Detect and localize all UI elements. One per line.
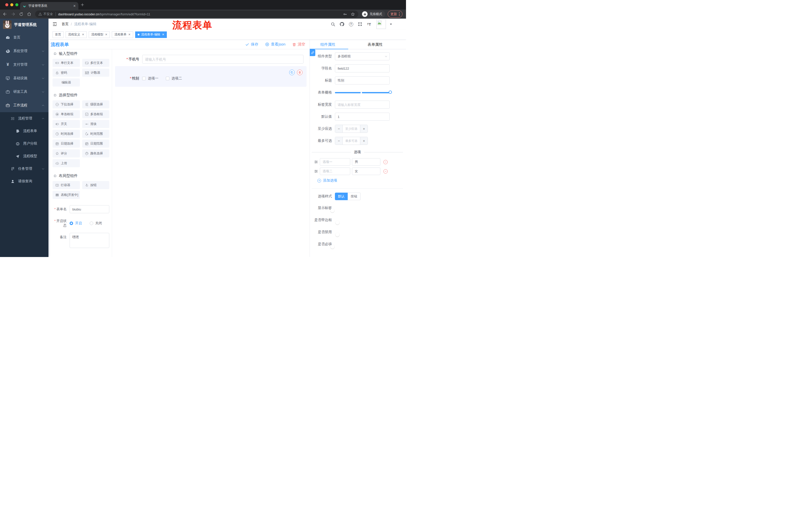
palette-item-time-picker[interactable]: 时间选择: [53, 130, 80, 138]
tag-home[interactable]: 首页: [53, 31, 63, 38]
tag-close-icon[interactable]: ✕: [82, 33, 84, 36]
tag-process-form-edit[interactable]: 流程表单-编辑✕: [135, 31, 167, 38]
palette-item-table[interactable]: 表格[开发中]: [53, 191, 80, 199]
minus-icon[interactable]: −: [335, 125, 343, 133]
checkbox-option1[interactable]: [142, 77, 146, 80]
avatar-caret-icon[interactable]: [390, 24, 392, 25]
add-option-button[interactable]: + 添加选项: [317, 178, 403, 183]
field-name-input[interactable]: [335, 64, 390, 73]
checkbox-option2[interactable]: [166, 77, 169, 80]
max-select-input[interactable]: [343, 137, 360, 144]
form-name-input[interactable]: [69, 205, 109, 213]
palette-item-button[interactable]: 按钮: [82, 181, 110, 189]
palette-item-color-picker[interactable]: 颜色选择: [82, 150, 110, 157]
address-bar[interactable]: 不安全 dashboard.yudao.iocoder.cn /bpm/mana…: [35, 10, 358, 18]
sidebar-item-process-mgmt[interactable]: 流程管理: [0, 112, 49, 125]
back-icon[interactable]: [2, 11, 8, 17]
minus-icon[interactable]: −: [335, 137, 343, 144]
font-size-icon[interactable]: TT: [366, 21, 372, 27]
help-icon[interactable]: ?: [348, 21, 354, 27]
tag-close-icon[interactable]: ✕: [128, 33, 130, 36]
search-icon[interactable]: [330, 21, 336, 27]
option-label-input[interactable]: [320, 167, 350, 175]
palette-item-select[interactable]: 下拉选择: [53, 100, 80, 108]
component-type-select[interactable]: [335, 52, 390, 60]
palette-item-date-range[interactable]: 日期范围: [82, 140, 110, 147]
close-window-button[interactable]: [5, 3, 8, 6]
palette-item-radio-group[interactable]: 单选框组: [53, 110, 80, 118]
slider-handle[interactable]: [389, 90, 392, 94]
status-radio-off[interactable]: 关闭: [90, 221, 102, 225]
sidebar-item-process-model[interactable]: 流程模型: [0, 150, 49, 162]
palette-item-time-range[interactable]: 时间范围: [82, 130, 110, 138]
slider-track[interactable]: [335, 92, 390, 93]
style-button-button[interactable]: 按钮: [348, 193, 360, 200]
tag-process-form[interactable]: 流程表单✕: [112, 31, 133, 38]
tag-process-definition[interactable]: 流程定义✕: [65, 31, 87, 38]
grid-slider[interactable]: [335, 88, 390, 97]
sidebar-item-process-form[interactable]: 流程表单: [0, 125, 49, 137]
remove-option-button[interactable]: −: [383, 160, 388, 164]
sidebar-item-task-mgmt[interactable]: 任务管理: [0, 162, 49, 175]
option-value-input[interactable]: [352, 158, 380, 166]
link-badge[interactable]: [310, 49, 315, 56]
tag-process-model[interactable]: 流程模型✕: [89, 31, 110, 38]
option-label-input[interactable]: [320, 158, 350, 166]
tag-close-icon[interactable]: ✕: [162, 33, 164, 36]
minimize-window-button[interactable]: [10, 3, 13, 6]
status-radio-on[interactable]: 开启: [69, 221, 82, 225]
drag-handle-icon[interactable]: [314, 169, 318, 173]
sidebar-item-system[interactable]: 系统管理: [0, 44, 49, 58]
save-button[interactable]: 保存: [245, 42, 258, 47]
min-select-stepper[interactable]: − +: [335, 125, 368, 133]
new-tab-button[interactable]: [80, 3, 84, 7]
default-value-input[interactable]: [335, 113, 390, 121]
palette-item-switch[interactable]: 开关: [53, 120, 80, 128]
breadcrumb-home[interactable]: 首页: [62, 22, 68, 26]
remove-option-button[interactable]: −: [383, 169, 388, 173]
copy-component-button[interactable]: [289, 70, 295, 75]
tab-close-icon[interactable]: ✕: [73, 4, 76, 7]
palette-item-counter[interactable]: 123计数器: [82, 69, 110, 77]
palette-item-rate[interactable]: 评分: [53, 150, 80, 157]
sidebar-item-home[interactable]: 首页: [0, 31, 49, 44]
fullscreen-icon[interactable]: [357, 21, 363, 27]
form-canvas[interactable]: 手机号 性别 选项一 选项二: [112, 49, 310, 257]
reload-icon[interactable]: [18, 11, 24, 17]
password-key-icon[interactable]: [343, 12, 347, 16]
home-icon[interactable]: [26, 11, 32, 17]
forward-icon[interactable]: [10, 11, 16, 17]
tab-form-props[interactable]: 表单属性: [368, 42, 383, 47]
title-input[interactable]: [335, 77, 390, 84]
style-default-button[interactable]: 默认: [335, 193, 348, 200]
canvas-field-gender-selected[interactable]: 性别 选项一 选项二: [115, 66, 307, 87]
clear-button[interactable]: 清空: [292, 42, 305, 47]
sidebar-item-user-groups[interactable]: 用户分组: [0, 137, 49, 150]
sidebar-item-workflow[interactable]: 工作流程: [0, 99, 49, 112]
option-value-input[interactable]: [352, 167, 380, 175]
sidebar-item-devtools[interactable]: 研发工具: [0, 85, 49, 99]
sidebar-collapse-icon[interactable]: [52, 22, 57, 27]
bookmark-star-icon[interactable]: [351, 12, 355, 16]
form-remark-textarea[interactable]: 嘿嘿: [69, 233, 109, 248]
tab-component-props[interactable]: 组件属性: [320, 42, 336, 47]
update-button[interactable]: 更新: [388, 10, 403, 18]
plus-icon[interactable]: +: [360, 137, 368, 144]
max-select-stepper[interactable]: − +: [335, 137, 368, 145]
drag-handle-icon[interactable]: [314, 160, 318, 164]
label-width-input[interactable]: [335, 101, 390, 109]
palette-item-multi-text[interactable]: 多行文本: [82, 59, 110, 67]
palette-item-upload[interactable]: 上传: [53, 159, 80, 167]
palette-item-row-container[interactable]: 行容器: [53, 181, 80, 189]
palette-item-single-text[interactable]: 单行文本: [53, 59, 80, 67]
sidebar-item-leave-query[interactable]: 请假查询: [0, 175, 49, 188]
palette-item-password[interactable]: 密码: [53, 69, 80, 77]
palette-item-cascader[interactable]: 级联选择: [82, 100, 110, 108]
phone-input[interactable]: [142, 55, 303, 64]
zoom-window-button[interactable]: [15, 3, 18, 6]
canvas-field-phone[interactable]: 手机号: [115, 55, 307, 64]
browser-tab[interactable]: 芋道管理系统 ✕: [20, 2, 78, 9]
palette-item-checkbox-group[interactable]: 多选框组: [82, 110, 110, 118]
sidebar-item-infra[interactable]: 基础设施: [0, 72, 49, 85]
palette-item-slider[interactable]: 滑块: [82, 120, 110, 128]
